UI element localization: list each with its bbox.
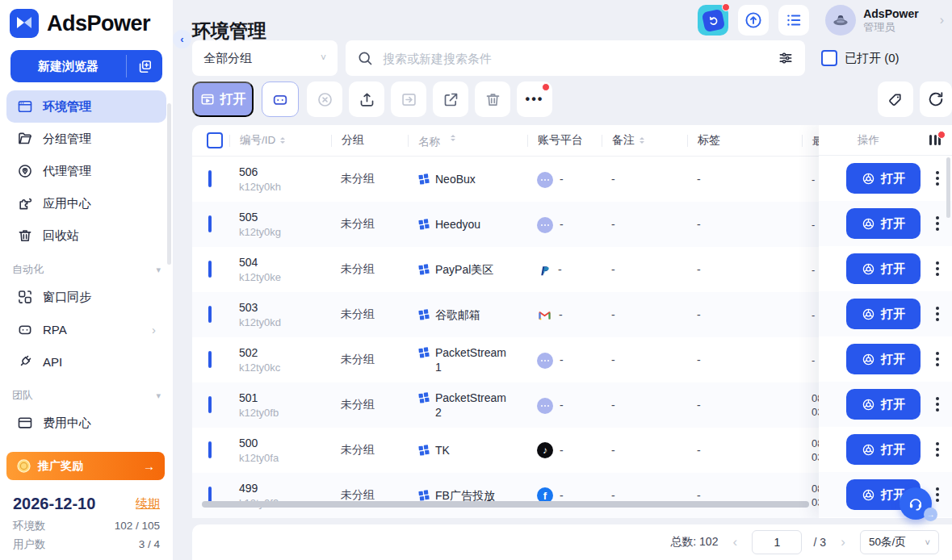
sort-icon[interactable]: [280, 137, 285, 144]
env-name-cell[interactable]: NeoBux: [408, 172, 527, 186]
row-menu-button[interactable]: [934, 213, 941, 234]
sort-icon[interactable]: [640, 137, 644, 144]
open-environment-button[interactable]: 打开: [846, 253, 921, 284]
env-name-cell[interactable]: 谷歌邮箱: [408, 307, 527, 322]
avatar: [825, 5, 856, 36]
opened-checkbox[interactable]: [821, 50, 837, 66]
refresh-button[interactable]: [920, 81, 952, 117]
open-environment-button[interactable]: 打开: [846, 208, 921, 239]
row-checkbox[interactable]: [208, 170, 212, 187]
export-upload-button[interactable]: [349, 81, 384, 117]
chrome-icon: [862, 443, 875, 457]
tag-manage-button[interactable]: [878, 81, 913, 117]
open-label: 打开: [881, 442, 905, 458]
open-environment-button[interactable]: 打开: [846, 344, 921, 374]
column-header[interactable]: 名称: [408, 135, 527, 147]
sidebar-menu-item[interactable]: RPA ›: [6, 313, 166, 345]
row-menu-button[interactable]: [934, 439, 941, 460]
bulk-open-button[interactable]: 打开: [192, 81, 254, 117]
row-menu-button[interactable]: [934, 394, 941, 415]
renew-link[interactable]: 续期: [136, 496, 160, 512]
batch-create-button[interactable]: [127, 50, 162, 82]
sidebar-menu-item[interactable]: API: [6, 345, 166, 378]
sidebar-collapse-button[interactable]: ‹: [173, 30, 191, 48]
support-expand-icon: →: [924, 508, 937, 521]
row-checkbox[interactable]: [208, 261, 212, 278]
open-environment-button[interactable]: 打开: [846, 299, 921, 329]
env-name-cell[interactable]: PacketStream 1: [408, 345, 527, 374]
sidebar-menu-item[interactable]: 应用中心: [6, 187, 166, 219]
row-menu-button[interactable]: [934, 258, 941, 279]
open-environment-button[interactable]: 打开: [846, 434, 921, 465]
section-team[interactable]: 团队 ▾: [0, 378, 173, 407]
row-checkbox-cell: [192, 172, 229, 186]
move-to-group-button[interactable]: [391, 81, 426, 117]
open-environment-button[interactable]: 打开: [846, 163, 921, 194]
new-browser-button[interactable]: 新建浏览器: [10, 50, 162, 82]
windows-icon: [417, 444, 430, 456]
column-header[interactable]: 标签: [687, 135, 802, 147]
rpa-robot-button[interactable]: [262, 81, 299, 117]
row-checkbox[interactable]: [208, 215, 212, 232]
page-size-select[interactable]: 50条/页 ˅: [860, 530, 939, 554]
vertical-scrollbar[interactable]: [946, 157, 950, 218]
env-note: -: [602, 218, 687, 231]
group-filter-select[interactable]: 全部分组 ˅: [192, 40, 338, 76]
sort-icon[interactable]: [451, 135, 455, 141]
close-all-button[interactable]: [307, 81, 342, 117]
sidebar-menu-item[interactable]: 代理管理: [6, 155, 166, 187]
sidebar-scrollbar[interactable]: [167, 103, 171, 265]
promo-banner[interactable]: 推广奖励 →: [6, 452, 165, 480]
horizontal-scrollbar[interactable]: [202, 501, 809, 508]
stat-value: 3 / 4: [139, 535, 160, 554]
row-menu-button[interactable]: [934, 168, 941, 189]
env-number: 506: [239, 165, 331, 180]
notification-dot: [937, 131, 946, 139]
column-header[interactable]: 分组: [331, 135, 408, 147]
advanced-filter-icon[interactable]: [778, 50, 794, 66]
next-page-button[interactable]: ›: [837, 534, 849, 550]
open-environment-button[interactable]: 打开: [846, 389, 921, 420]
env-name: PacketStream 1: [435, 345, 510, 374]
env-name-cell[interactable]: PacketStream 2: [408, 391, 527, 420]
page-input[interactable]: [752, 530, 802, 554]
search-box: [346, 40, 805, 76]
column-header[interactable]: 账号平台: [527, 135, 602, 147]
row-checkbox[interactable]: [208, 396, 212, 413]
share-export-button[interactable]: [433, 81, 468, 117]
search-input[interactable]: [381, 51, 770, 66]
column-header[interactable]: 备注: [602, 135, 687, 147]
platform-cell: -: [527, 261, 602, 278]
row-checkbox[interactable]: [208, 351, 212, 368]
column-settings-button[interactable]: [929, 135, 941, 145]
more-actions-button[interactable]: •••: [517, 81, 552, 117]
sidebar-menu-item[interactable]: 窗口同步: [6, 281, 166, 313]
notification-dot: [542, 83, 550, 91]
sync-button[interactable]: [738, 5, 769, 36]
row-menu-button[interactable]: [934, 484, 941, 505]
task-list-button[interactable]: [778, 5, 809, 36]
chevron-right-icon[interactable]: ›: [940, 13, 944, 27]
sidebar-menu-item[interactable]: 环境管理: [6, 90, 166, 123]
sidebar-menu-item[interactable]: 分组管理: [6, 123, 166, 155]
row-menu-button[interactable]: [934, 349, 941, 370]
env-name-cell[interactable]: Heedyou: [408, 217, 527, 232]
env-name-cell[interactable]: PayPal美区: [408, 262, 527, 277]
sidebar-menu-item[interactable]: 回收站: [6, 219, 166, 252]
user-menu[interactable]: AdsPower 管理员: [825, 5, 918, 36]
actions-row: 打开: [819, 201, 952, 246]
row-checkbox[interactable]: [208, 306, 212, 323]
prev-page-button[interactable]: ‹: [729, 534, 740, 550]
env-name-cell[interactable]: TK: [408, 443, 527, 458]
select-all-checkbox[interactable]: [207, 132, 223, 148]
sidebar-menu-item[interactable]: 费用中心: [6, 407, 166, 439]
row-menu-button[interactable]: [934, 303, 941, 324]
row-checkbox[interactable]: [208, 441, 212, 458]
column-header[interactable]: 编号/ID: [229, 135, 331, 147]
chrome-icon: [862, 172, 875, 186]
quick-launch-button[interactable]: [698, 5, 728, 36]
section-automation[interactable]: 自动化 ▾: [0, 252, 173, 281]
row-checkbox-cell: [192, 398, 229, 412]
support-button[interactable]: →: [900, 487, 932, 520]
delete-button[interactable]: [475, 81, 510, 117]
